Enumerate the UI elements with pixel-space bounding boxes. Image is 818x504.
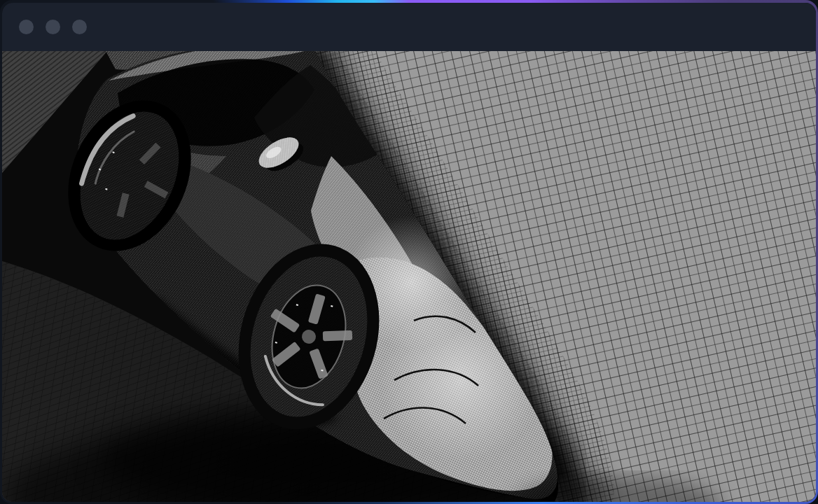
window-control-dot[interactable] (72, 20, 87, 34)
window-control-dot[interactable] (46, 20, 60, 34)
window-control-dot[interactable] (19, 20, 34, 34)
window-titlebar[interactable] (2, 3, 816, 51)
window-frame-gradient-border (0, 0, 818, 504)
viewport-3d[interactable] (2, 51, 816, 502)
app-window (2, 3, 816, 502)
mesh-scene (2, 51, 816, 502)
